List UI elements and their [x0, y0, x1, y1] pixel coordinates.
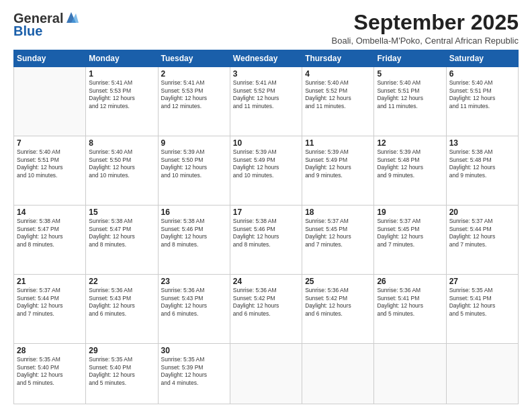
day-number: 4	[305, 69, 371, 79]
calendar-cell: 8Sunrise: 5:40 AM Sunset: 5:50 PM Daylig…	[86, 136, 158, 205]
day-number: 24	[233, 277, 299, 286]
day-info: Sunrise: 5:36 AM Sunset: 5:41 PM Dayligh…	[377, 287, 443, 318]
day-number: 17	[233, 208, 299, 217]
day-number: 29	[89, 346, 154, 355]
calendar-cell: 17Sunrise: 5:38 AM Sunset: 5:46 PM Dayli…	[230, 205, 302, 275]
weekday-wednesday: Wednesday	[230, 50, 302, 67]
day-number: 9	[161, 138, 227, 148]
weekday-saturday: Saturday	[446, 50, 518, 67]
calendar-cell: 1Sunrise: 5:41 AM Sunset: 5:53 PM Daylig…	[86, 67, 158, 136]
week-row-1: 1Sunrise: 5:41 AM Sunset: 5:53 PM Daylig…	[14, 67, 519, 136]
day-number: 21	[17, 277, 83, 286]
day-number: 3	[233, 69, 299, 79]
calendar-cell	[374, 344, 446, 404]
calendar: SundayMondayTuesdayWednesdayThursdayFrid…	[13, 50, 519, 404]
calendar-cell: 2Sunrise: 5:41 AM Sunset: 5:53 PM Daylig…	[158, 67, 230, 136]
day-info: Sunrise: 5:36 AM Sunset: 5:43 PM Dayligh…	[89, 287, 154, 318]
day-number: 2	[161, 69, 227, 79]
week-row-3: 14Sunrise: 5:38 AM Sunset: 5:47 PM Dayli…	[14, 205, 519, 275]
calendar-cell: 6Sunrise: 5:40 AM Sunset: 5:51 PM Daylig…	[446, 67, 518, 136]
day-number: 10	[233, 138, 299, 148]
day-number: 26	[377, 277, 443, 286]
day-info: Sunrise: 5:40 AM Sunset: 5:52 PM Dayligh…	[305, 79, 371, 110]
day-info: Sunrise: 5:39 AM Sunset: 5:50 PM Dayligh…	[161, 148, 227, 179]
day-info: Sunrise: 5:35 AM Sunset: 5:39 PM Dayligh…	[161, 356, 227, 387]
day-info: Sunrise: 5:41 AM Sunset: 5:53 PM Dayligh…	[89, 79, 154, 110]
day-number: 6	[449, 69, 515, 79]
weekday-friday: Friday	[374, 50, 446, 67]
day-info: Sunrise: 5:38 AM Sunset: 5:46 PM Dayligh…	[233, 218, 299, 248]
calendar-cell: 24Sunrise: 5:36 AM Sunset: 5:42 PM Dayli…	[230, 275, 302, 344]
day-info: Sunrise: 5:38 AM Sunset: 5:46 PM Dayligh…	[161, 218, 227, 248]
calendar-cell: 19Sunrise: 5:37 AM Sunset: 5:45 PM Dayli…	[374, 205, 446, 275]
weekday-sunday: Sunday	[14, 50, 86, 67]
day-number: 7	[17, 138, 83, 148]
calendar-cell	[446, 344, 518, 404]
day-number: 20	[449, 208, 515, 217]
day-info: Sunrise: 5:41 AM Sunset: 5:52 PM Dayligh…	[233, 79, 299, 110]
calendar-cell: 10Sunrise: 5:39 AM Sunset: 5:49 PM Dayli…	[230, 136, 302, 205]
day-number: 1	[89, 69, 154, 79]
day-number: 30	[161, 346, 227, 355]
logo-blue: Blue	[13, 24, 42, 39]
day-info: Sunrise: 5:39 AM Sunset: 5:48 PM Dayligh…	[377, 148, 443, 179]
day-number: 16	[161, 208, 227, 217]
day-info: Sunrise: 5:37 AM Sunset: 5:45 PM Dayligh…	[377, 218, 443, 248]
day-number: 14	[17, 208, 83, 217]
day-number: 5	[377, 69, 443, 79]
day-info: Sunrise: 5:41 AM Sunset: 5:53 PM Dayligh…	[161, 79, 227, 110]
week-row-5: 28Sunrise: 5:35 AM Sunset: 5:40 PM Dayli…	[14, 344, 519, 404]
day-info: Sunrise: 5:39 AM Sunset: 5:49 PM Dayligh…	[233, 148, 299, 179]
weekday-tuesday: Tuesday	[158, 50, 230, 67]
day-number: 22	[89, 277, 154, 286]
calendar-cell: 15Sunrise: 5:38 AM Sunset: 5:47 PM Dayli…	[86, 205, 158, 275]
calendar-cell	[14, 67, 86, 136]
day-info: Sunrise: 5:38 AM Sunset: 5:47 PM Dayligh…	[89, 218, 154, 248]
day-info: Sunrise: 5:37 AM Sunset: 5:44 PM Dayligh…	[449, 218, 515, 248]
calendar-cell: 4Sunrise: 5:40 AM Sunset: 5:52 PM Daylig…	[302, 67, 374, 136]
day-info: Sunrise: 5:40 AM Sunset: 5:51 PM Dayligh…	[449, 79, 515, 110]
day-info: Sunrise: 5:40 AM Sunset: 5:50 PM Dayligh…	[89, 148, 154, 179]
day-info: Sunrise: 5:37 AM Sunset: 5:45 PM Dayligh…	[305, 218, 371, 248]
calendar-cell: 28Sunrise: 5:35 AM Sunset: 5:40 PM Dayli…	[14, 344, 86, 404]
day-info: Sunrise: 5:35 AM Sunset: 5:41 PM Dayligh…	[449, 287, 515, 318]
day-info: Sunrise: 5:37 AM Sunset: 5:44 PM Dayligh…	[17, 287, 83, 318]
week-row-2: 7Sunrise: 5:40 AM Sunset: 5:51 PM Daylig…	[14, 136, 519, 205]
page: General Blue September 2025 Boali, Ombel…	[0, 0, 532, 411]
calendar-cell: 9Sunrise: 5:39 AM Sunset: 5:50 PM Daylig…	[158, 136, 230, 205]
subtitle: Boali, Ombella-M'Poko, Central African R…	[332, 36, 519, 46]
calendar-cell: 16Sunrise: 5:38 AM Sunset: 5:46 PM Dayli…	[158, 205, 230, 275]
weekday-monday: Monday	[86, 50, 158, 67]
calendar-cell: 13Sunrise: 5:38 AM Sunset: 5:48 PM Dayli…	[446, 136, 518, 205]
weekday-header-row: SundayMondayTuesdayWednesdayThursdayFrid…	[14, 50, 519, 67]
day-info: Sunrise: 5:40 AM Sunset: 5:51 PM Dayligh…	[377, 79, 443, 110]
day-info: Sunrise: 5:36 AM Sunset: 5:42 PM Dayligh…	[305, 287, 371, 318]
day-info: Sunrise: 5:36 AM Sunset: 5:42 PM Dayligh…	[233, 287, 299, 318]
calendar-cell: 20Sunrise: 5:37 AM Sunset: 5:44 PM Dayli…	[446, 205, 518, 275]
calendar-cell: 26Sunrise: 5:36 AM Sunset: 5:41 PM Dayli…	[374, 275, 446, 344]
calendar-cell: 18Sunrise: 5:37 AM Sunset: 5:45 PM Dayli…	[302, 205, 374, 275]
weekday-thursday: Thursday	[302, 50, 374, 67]
day-number: 13	[449, 138, 515, 148]
calendar-cell: 11Sunrise: 5:39 AM Sunset: 5:49 PM Dayli…	[302, 136, 374, 205]
month-title: September 2025	[332, 11, 519, 34]
title-block: September 2025 Boali, Ombella-M'Poko, Ce…	[332, 11, 519, 46]
calendar-cell: 5Sunrise: 5:40 AM Sunset: 5:51 PM Daylig…	[374, 67, 446, 136]
calendar-cell: 22Sunrise: 5:36 AM Sunset: 5:43 PM Dayli…	[86, 275, 158, 344]
day-info: Sunrise: 5:35 AM Sunset: 5:40 PM Dayligh…	[17, 356, 83, 387]
day-number: 8	[89, 138, 154, 148]
day-number: 18	[305, 208, 371, 217]
day-number: 11	[305, 138, 371, 148]
day-number: 28	[17, 346, 83, 355]
logo-icon	[64, 11, 79, 24]
calendar-cell	[302, 344, 374, 404]
calendar-cell: 23Sunrise: 5:36 AM Sunset: 5:43 PM Dayli…	[158, 275, 230, 344]
calendar-cell: 29Sunrise: 5:35 AM Sunset: 5:40 PM Dayli…	[86, 344, 158, 404]
header: General Blue September 2025 Boali, Ombel…	[13, 11, 519, 46]
day-info: Sunrise: 5:39 AM Sunset: 5:49 PM Dayligh…	[305, 148, 371, 179]
calendar-cell: 3Sunrise: 5:41 AM Sunset: 5:52 PM Daylig…	[230, 67, 302, 136]
day-number: 25	[305, 277, 371, 286]
day-number: 27	[449, 277, 515, 286]
day-number: 12	[377, 138, 443, 148]
calendar-cell	[230, 344, 302, 404]
